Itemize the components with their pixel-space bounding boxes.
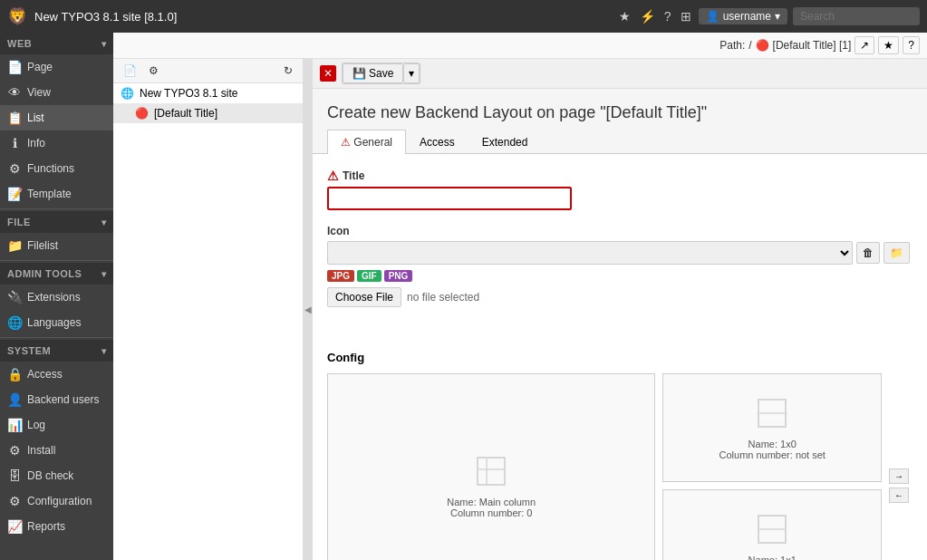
sidebar-section-web-expand: ▾ [101,39,106,49]
sidebar-section-system-expand: ▾ [101,346,106,356]
search-input[interactable] [793,7,920,25]
breadcrumb-help-btn[interactable]: ? [903,36,920,54]
collapse-handle[interactable]: ◀ [304,59,313,560]
sidebar-item-info[interactable]: ℹ Info [0,130,113,156]
tab-general[interactable]: ⚠ General [327,130,406,154]
icon-browse-btn[interactable]: 📁 [884,242,910,264]
sidebar-item-extensions[interactable]: 🔌 Extensions [0,285,113,310]
config-cell-1x1: Name: 1x1 Column number: not set [662,489,882,560]
star-icon[interactable]: ★ [617,7,632,25]
sidebar-item-functions[interactable]: ⚙ Functions [0,156,113,181]
sidebar-item-log[interactable]: 📊 Log [0,412,113,438]
sidebar-item-configuration-label: Configuration [27,495,92,507]
sidebar-item-access-label: Access [27,368,63,381]
form-close-btn[interactable]: ✕ [320,65,336,82]
title-input[interactable] [327,187,572,210]
sidebar-divider-2 [0,260,113,261]
db-check-icon: 🗄 [7,468,22,483]
config-cell-1x0-col: Column number: not set [719,449,826,460]
help-icon[interactable]: ? [662,7,673,25]
filetree-item-site[interactable]: 🌐 New TYPO3 8.1 site [113,83,303,103]
backend-users-icon: 👤 [7,392,22,407]
sidebar-item-languages-label: Languages [27,316,81,329]
sidebar-section-system[interactable]: SYSTEM ▾ [0,340,113,362]
sidebar-item-page[interactable]: 📄 Page [0,54,113,80]
breadcrumb-open-btn[interactable]: ↗ [855,36,874,54]
sidebar-item-filelist-label: Filelist [27,239,58,252]
form-save-btn[interactable]: 💾 Save [343,63,403,83]
filetree-filter-btn[interactable]: ⚙ [144,62,163,80]
sidebar-section-system-label: SYSTEM [7,345,51,356]
sidebar-item-list-label: List [27,111,44,124]
form-save-dropdown-btn[interactable]: ▾ [403,63,420,83]
info-icon: ℹ [7,136,22,150]
config-cell-main-name: Name: Main column [447,497,536,507]
filetree-refresh-btn[interactable]: ↻ [279,62,297,80]
icon-select-row: 🗑 📁 [327,241,913,265]
sidebar-item-reports[interactable]: 📈 Reports [0,514,113,539]
filetree-site-icon: 🌐 [121,87,134,100]
config-arrow-left-btn[interactable]: ← [889,488,909,503]
main-layout: WEB ▾ 📄 Page 👁 View 📋 List ℹ Info ⚙ Func… [0,33,927,560]
form-panel: ✕ 💾 Save ▾ Create new Backend Layout on … [313,59,927,560]
sidebar-section-admin-tools[interactable]: ADMIN TOOLS ▾ [0,263,113,285]
form-group-icon: Icon 🗑 📁 JPG GIF PNG [327,225,913,307]
tab-extended[interactable]: Extended [468,130,542,154]
config-cell-1x1-icon [754,511,790,547]
filetree-site-label: New TYPO3 8.1 site [140,87,238,100]
user-menu[interactable]: 👤 username ▾ [699,8,787,24]
sidebar-section-web[interactable]: WEB ▾ [0,33,113,54]
badge-png: PNG [384,270,413,282]
filetree-new-btn[interactable]: 📄 [119,62,141,80]
configuration-icon: ⚙ [7,494,22,508]
icon-delete-btn[interactable]: 🗑 [856,242,880,264]
svg-rect-0 [478,458,505,485]
breadcrumb-bookmark-btn[interactable]: ★ [878,36,899,54]
topbar-title: New TYPO3 8.1 site [8.1.0] [34,10,610,24]
flash-icon[interactable]: ⚡ [638,7,657,25]
form-content: ⚠ Title Icon [313,154,927,336]
sidebar-section-web-label: WEB [7,38,32,49]
config-arrow-right-btn[interactable]: → [889,468,909,484]
extensions-icon: 🔌 [7,290,22,304]
sidebar-item-view[interactable]: 👁 View [0,80,113,105]
grid-icon[interactable]: ⊞ [679,7,693,25]
config-cell-main-icon [473,453,509,489]
sidebar-item-page-label: Page [27,61,53,73]
choose-file-btn[interactable]: Choose File [327,287,401,307]
file-badges: JPG GIF PNG [327,270,913,282]
view-icon: 👁 [7,85,22,100]
sidebar-item-configuration[interactable]: ⚙ Configuration [0,488,113,514]
page-icon: 📄 [7,60,22,74]
sidebar-item-access[interactable]: 🔒 Access [0,362,113,387]
save-icon: 💾 [352,67,366,80]
user-avatar-icon: 👤 [706,10,719,23]
functions-icon: ⚙ [7,161,22,176]
install-icon: ⚙ [7,443,22,458]
sidebar-item-extensions-label: Extensions [27,291,81,304]
form-tabs: ⚠ General Access Extended [313,130,927,154]
sidebar-item-filelist[interactable]: 📁 Filelist [0,233,113,258]
sidebar-item-backend-users[interactable]: 👤 Backend users [0,387,113,412]
sidebar-item-template[interactable]: 📝 Template [0,181,113,207]
sidebar-section-file[interactable]: FILE ▾ [0,211,113,233]
tab-general-error-icon: ⚠ [341,136,353,149]
sidebar-item-backend-users-label: Backend users [27,393,99,406]
tab-access[interactable]: Access [406,130,468,154]
sidebar-item-install[interactable]: ⚙ Install [0,438,113,463]
sidebar-item-languages[interactable]: 🌐 Languages [0,310,113,335]
config-right-col: Name: 1x0 Column number: not set Name: 1… [662,373,882,560]
sidebar-item-db-check[interactable]: 🗄 DB check [0,463,113,488]
config-cell-1x0-name: Name: 1x0 [748,439,797,449]
sidebar-item-list[interactable]: 📋 List [0,105,113,130]
content-area: Path: / 🔴 [Default Title] [1] ↗ ★ ? 📄 ⚙ … [113,33,927,560]
topbar: 🦁 New TYPO3 8.1 site [8.1.0] ★ ⚡ ? ⊞ 👤 u… [0,0,927,33]
breadcrumb-bar: Path: / 🔴 [Default Title] [1] ↗ ★ ? [113,33,927,59]
filetree-default-title-icon: 🔴 [135,107,149,120]
config-cell-1x0-icon [754,395,790,431]
icon-select[interactable] [327,241,853,265]
breadcrumb-item: 🔴 [756,39,769,52]
config-title: Config [327,351,913,364]
filetree-item-default-title[interactable]: 🔴 [Default Title] [113,103,303,123]
log-icon: 📊 [7,418,22,432]
